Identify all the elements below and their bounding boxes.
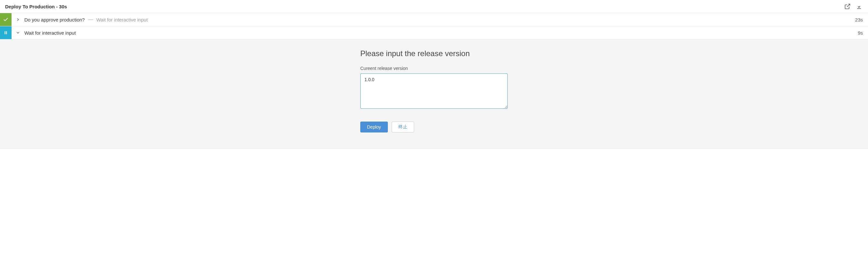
form-inner: Please input the release version Cureent… xyxy=(360,49,508,132)
svg-line-0 xyxy=(847,4,850,7)
chevron-right-icon xyxy=(14,17,22,22)
step-subtitle: Wait for interactive input xyxy=(96,17,148,23)
form-heading: Please input the release version xyxy=(360,49,508,58)
step-row[interactable]: Wait for interactive input 9s xyxy=(0,26,868,39)
form-actions: Deploy 终止 xyxy=(360,122,508,132)
svg-rect-1 xyxy=(857,8,861,9)
step-content: Wait for interactive input xyxy=(22,30,858,36)
svg-rect-3 xyxy=(6,31,7,34)
chevron-down-icon xyxy=(14,30,22,35)
step-subtitle-dash: — xyxy=(88,17,93,23)
stage-header: Deploy To Production - 30s xyxy=(0,0,868,13)
version-label: Cureent release version xyxy=(360,66,508,71)
step-duration: 23s xyxy=(855,17,868,23)
status-paused-icon xyxy=(0,26,11,39)
status-success-icon xyxy=(0,13,11,26)
abort-button[interactable]: 终止 xyxy=(392,122,414,132)
input-form-panel: Please input the release version Cureent… xyxy=(0,39,868,149)
step-content: Do you approve production? — Wait for in… xyxy=(22,17,855,23)
svg-rect-2 xyxy=(5,31,5,34)
download-icon[interactable] xyxy=(855,3,863,10)
pipeline-stage-panel: Deploy To Production - 30s xyxy=(0,0,868,149)
deploy-button[interactable]: Deploy xyxy=(360,122,388,132)
header-actions xyxy=(844,3,863,10)
step-row[interactable]: Do you approve production? — Wait for in… xyxy=(0,13,868,26)
step-title: Do you approve production? xyxy=(24,17,85,23)
open-external-icon[interactable] xyxy=(844,3,851,10)
version-input[interactable] xyxy=(360,73,508,109)
step-duration: 9s xyxy=(858,30,868,36)
stage-title: Deploy To Production - 30s xyxy=(5,4,67,9)
step-title: Wait for interactive input xyxy=(24,30,75,36)
